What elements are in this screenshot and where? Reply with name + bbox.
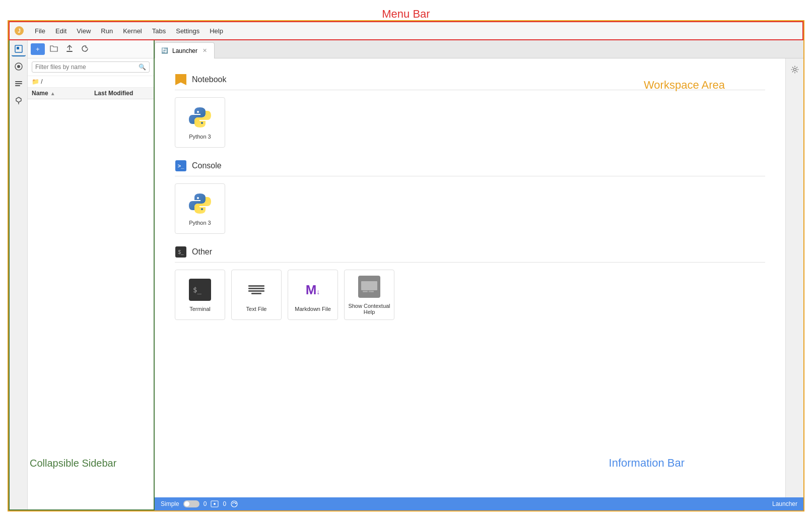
sidebar-icon-strip [10,40,28,509]
status-zero1: 0 [204,500,207,507]
svg-text:$_: $_ [193,286,201,294]
notebook-section-header: Notebook [175,74,765,90]
sidebar: + [9,40,155,510]
notebook-cards: Python 3 [175,97,765,148]
tab-bar: 🔄 Launcher ✕ [155,40,803,58]
upload-button[interactable] [63,42,76,56]
right-strip [785,58,803,497]
python3-con-icon [188,191,212,216]
search-input[interactable] [35,63,139,71]
terminal-card-icon: $_ [188,278,212,302]
markdownfile-label: Markdown File [295,306,331,312]
python3-nb-icon [188,105,212,130]
menu-view[interactable]: View [72,25,96,37]
console-section-icon: >_ [175,160,187,172]
tab-icon: 🔄 [161,47,168,54]
svg-point-22 [214,503,216,505]
menu-edit[interactable]: Edit [50,25,72,37]
commands-icon[interactable] [12,77,26,91]
search-input-wrap[interactable]: 🔍 [32,61,150,73]
status-toggle[interactable] [183,500,199,507]
workspace: Workspace Area Notebook [155,58,785,497]
svg-text:J: J [18,28,21,34]
console-section-title: Console [192,161,222,170]
sidebar-content: + [28,40,154,509]
python3-console-card[interactable]: Python 3 [175,183,225,234]
open-folder-button[interactable] [47,43,61,55]
svg-rect-9 [66,51,73,52]
sidebar-toolbar: + [28,40,154,58]
markdownfile-card[interactable]: M ↓ Markdown File [288,270,338,320]
svg-rect-8 [15,85,20,86]
textfile-card-icon [244,278,268,302]
menu-file[interactable]: File [30,25,50,37]
info-bar-label: Information Bar [609,457,685,470]
extensions-icon[interactable] [12,94,26,108]
svg-rect-3 [17,47,19,49]
search-icon: 🔍 [139,63,146,71]
app-logo: J [14,25,25,36]
col-name[interactable]: Name ▲ [32,90,94,97]
other-section-title: Other [192,247,212,256]
files-icon[interactable] [12,42,26,56]
tab-close-button[interactable]: ✕ [201,47,208,54]
status-bar: Simple 0 0 Launcher [155,497,803,510]
menu-tabs[interactable]: Tabs [147,25,171,37]
svg-rect-16 [361,281,377,290]
contextualhelp-card-icon [357,275,381,299]
contextualhelp-label: Show Contextual Help [345,303,394,315]
terminal-card[interactable]: $_ Terminal [175,270,225,320]
status-mode: Simple [161,500,179,507]
col-modified: Last Modified [94,90,150,97]
python3-con-label: Python 3 [189,220,211,226]
notebook-section-title: Notebook [192,75,227,84]
notebook-section: Notebook [175,74,765,148]
main-layout: + [9,40,803,510]
textfile-card[interactable]: Text File [231,270,282,320]
file-list-header: Name ▲ Last Modified [28,88,154,99]
textfile-label: Text File [246,306,267,312]
svg-rect-6 [15,81,22,82]
other-section-header: $_ Other [175,246,765,263]
python3-notebook-card[interactable]: Python 3 [175,97,225,148]
svg-point-23 [231,501,237,507]
menu-settings[interactable]: Settings [171,25,205,37]
other-section: $_ Other $_ [175,246,765,320]
status-left: Simple 0 0 [161,500,238,508]
other-section-icon: $_ [175,246,187,258]
new-file-button[interactable]: + [31,43,45,55]
svg-point-5 [17,65,20,68]
console-cards: Python 3 [175,183,765,234]
menu-run[interactable]: Run [96,25,118,37]
terminal-label: Terminal [189,306,211,312]
menu-help[interactable]: Help [205,25,228,37]
svg-point-20 [793,69,796,71]
menu-bar: J File Edit View Run Kernel Tabs Setting… [9,21,803,40]
launcher-tab[interactable]: 🔄 Launcher ✕ [155,42,215,58]
running-icon[interactable] [12,59,26,74]
settings-strip-button[interactable] [788,62,802,77]
svg-rect-17 [363,291,368,292]
svg-point-10 [197,111,199,113]
refresh-button[interactable] [78,43,92,56]
console-section: >_ Console [175,160,765,234]
right-panel: 🔄 Launcher ✕ Workspace Area [155,40,803,510]
notebook-section-icon [175,74,187,86]
markdownfile-card-icon: M ↓ [301,278,325,302]
svg-rect-7 [15,83,22,84]
menu-kernel[interactable]: Kernel [118,25,147,37]
file-search: 🔍 [28,58,154,76]
python3-nb-label: Python 3 [189,134,211,140]
console-section-header: >_ Console [175,160,765,176]
kernel-icon [211,500,219,507]
svg-point-12 [197,197,199,199]
svg-point-11 [201,122,203,124]
status-zero2: 0 [223,500,226,507]
other-cards: $_ Terminal [175,270,765,320]
tab-label: Launcher [172,47,197,54]
toggle-knob [184,501,189,506]
refresh-status-icon [230,500,238,508]
contextualhelp-card[interactable]: Show Contextual Help [344,270,394,320]
file-path: 📁 / [28,76,154,88]
svg-point-13 [201,208,203,210]
